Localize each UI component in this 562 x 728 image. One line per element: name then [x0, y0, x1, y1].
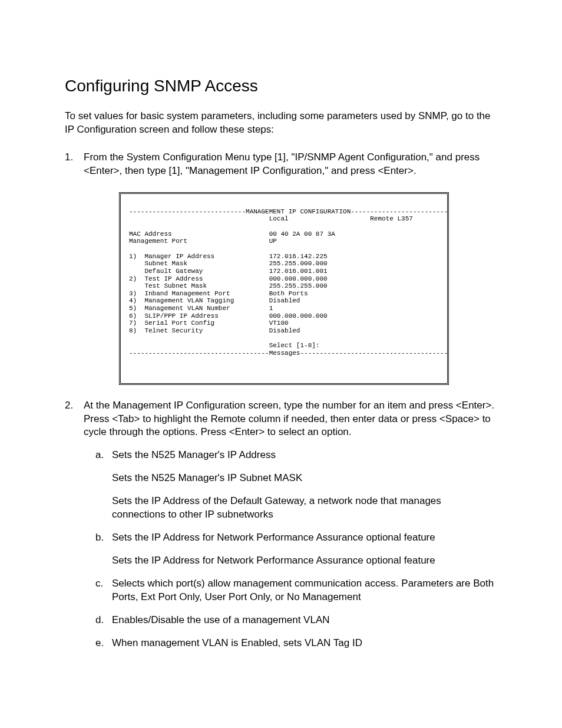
substep-a: a.Sets the N525 Manager's IP AddressSets…	[95, 449, 497, 522]
step-2-text: At the Management IP Configuration scree…	[84, 400, 494, 438]
substep-letter: c.	[95, 577, 103, 591]
step-1-number: 1.	[65, 151, 73, 164]
substep-description: Sets the IP Address of the Default Gatew…	[112, 495, 497, 522]
step-1-text: From the System Configuration Menu type …	[84, 151, 480, 176]
substep-c: c.Selects which port(s) allow management…	[95, 577, 497, 604]
intro-paragraph: To set values for basic system parameter…	[65, 110, 497, 137]
substep-letter: a.	[95, 449, 104, 462]
substep-letter: e.	[95, 637, 104, 650]
substep-letter: b.	[95, 531, 104, 545]
page-title: Configuring SNMP Access	[65, 77, 497, 95]
substep-description: Sets the IP Address for Network Performa…	[112, 531, 497, 545]
terminal-screen: ------------------------------MANAGEMENT…	[119, 192, 449, 385]
substep-letter: d.	[95, 614, 104, 627]
substep-d: d.Enables/Disable the use of a managemen…	[95, 614, 497, 627]
step-2: 2. At the Management IP Configuration sc…	[65, 399, 497, 650]
substep-e: e.When management VLAN is Enabled, sets …	[95, 637, 497, 650]
substep-description: Sets the IP Address for Network Performa…	[112, 554, 497, 568]
substep-description: Sets the N525 Manager's IP Subnet MASK	[112, 472, 497, 485]
substep-description: Selects which port(s) allow management c…	[112, 577, 497, 604]
step-1: 1. From the System Configuration Menu ty…	[65, 151, 497, 385]
substep-description: Sets the N525 Manager's IP Address	[112, 449, 497, 462]
substep-description: When management VLAN is Enabled, sets VL…	[112, 637, 497, 650]
substep-description: Enables/Disable the use of a management …	[112, 614, 497, 627]
step-2-number: 2.	[65, 399, 73, 413]
substep-b: b.Sets the IP Address for Network Perfor…	[95, 531, 497, 568]
